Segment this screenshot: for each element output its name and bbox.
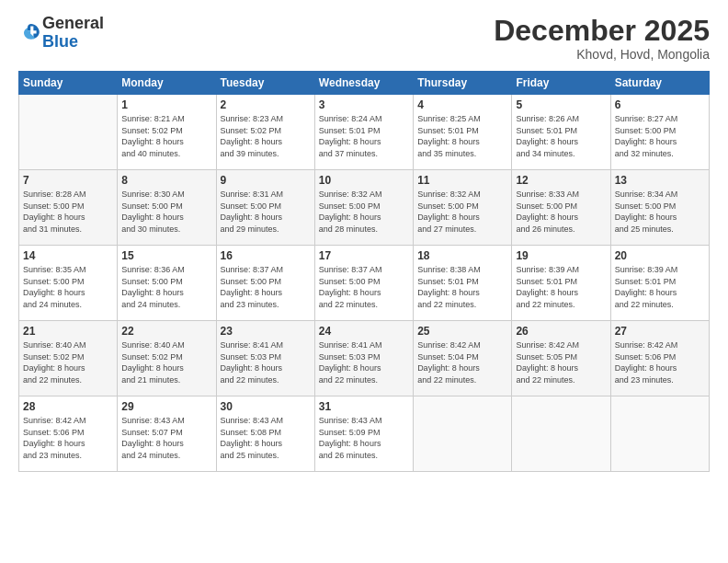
day-number: 24 bbox=[319, 325, 409, 338]
day-info: Sunrise: 8:27 AMSunset: 5:00 PMDaylight:… bbox=[615, 113, 705, 159]
day-cell: 17Sunrise: 8:37 AMSunset: 5:00 PMDayligh… bbox=[314, 246, 413, 321]
day-number: 29 bbox=[121, 400, 211, 413]
day-cell bbox=[414, 396, 512, 472]
day-number: 13 bbox=[615, 174, 705, 187]
day-number: 31 bbox=[319, 400, 409, 413]
day-cell: 25Sunrise: 8:42 AMSunset: 5:04 PMDayligh… bbox=[414, 321, 512, 396]
day-cell: 30Sunrise: 8:43 AMSunset: 5:08 PMDayligh… bbox=[216, 396, 314, 472]
day-cell: 8Sunrise: 8:30 AMSunset: 5:00 PMDaylight… bbox=[118, 170, 216, 246]
day-info: Sunrise: 8:40 AMSunset: 5:02 PMDaylight:… bbox=[23, 339, 113, 385]
day-number: 11 bbox=[417, 174, 507, 187]
day-cell: 31Sunrise: 8:43 AMSunset: 5:09 PMDayligh… bbox=[314, 396, 413, 472]
day-cell: 2Sunrise: 8:23 AMSunset: 5:02 PMDaylight… bbox=[216, 95, 314, 170]
day-info: Sunrise: 8:42 AMSunset: 5:05 PMDaylight:… bbox=[516, 339, 606, 385]
day-number: 4 bbox=[417, 98, 507, 111]
day-number: 10 bbox=[319, 174, 409, 187]
day-number: 21 bbox=[23, 325, 113, 338]
day-cell: 14Sunrise: 8:35 AMSunset: 5:00 PMDayligh… bbox=[19, 246, 118, 321]
day-info: Sunrise: 8:24 AMSunset: 5:01 PMDaylight:… bbox=[319, 113, 409, 159]
day-info: Sunrise: 8:41 AMSunset: 5:03 PMDaylight:… bbox=[319, 339, 409, 385]
col-header-sunday: Sunday bbox=[19, 72, 118, 95]
day-info: Sunrise: 8:40 AMSunset: 5:02 PMDaylight:… bbox=[121, 339, 211, 385]
day-cell: 7Sunrise: 8:28 AMSunset: 5:00 PMDaylight… bbox=[19, 170, 118, 246]
day-cell bbox=[19, 95, 118, 170]
day-info: Sunrise: 8:39 AMSunset: 5:01 PMDaylight:… bbox=[615, 264, 705, 310]
day-info: Sunrise: 8:32 AMSunset: 5:00 PMDaylight:… bbox=[319, 189, 409, 235]
day-number: 19 bbox=[516, 249, 606, 262]
day-cell: 10Sunrise: 8:32 AMSunset: 5:00 PMDayligh… bbox=[314, 170, 413, 246]
day-number: 16 bbox=[221, 249, 311, 262]
day-number: 18 bbox=[417, 249, 507, 262]
day-info: Sunrise: 8:23 AMSunset: 5:02 PMDaylight:… bbox=[221, 113, 311, 159]
col-header-friday: Friday bbox=[512, 72, 610, 95]
day-cell: 9Sunrise: 8:31 AMSunset: 5:00 PMDaylight… bbox=[216, 170, 314, 246]
day-cell: 27Sunrise: 8:42 AMSunset: 5:06 PMDayligh… bbox=[610, 321, 709, 396]
day-cell: 22Sunrise: 8:40 AMSunset: 5:02 PMDayligh… bbox=[118, 321, 216, 396]
day-number: 22 bbox=[121, 325, 211, 338]
day-number: 23 bbox=[221, 325, 311, 338]
day-number: 2 bbox=[221, 98, 311, 111]
day-number: 20 bbox=[615, 249, 705, 262]
week-row-3: 21Sunrise: 8:40 AMSunset: 5:02 PMDayligh… bbox=[19, 321, 710, 396]
day-number: 6 bbox=[615, 98, 705, 111]
day-info: Sunrise: 8:42 AMSunset: 5:06 PMDaylight:… bbox=[615, 339, 705, 385]
col-header-thursday: Thursday bbox=[414, 72, 512, 95]
day-info: Sunrise: 8:25 AMSunset: 5:01 PMDaylight:… bbox=[417, 113, 507, 159]
location-subtitle: Khovd, Hovd, Mongolia bbox=[494, 47, 710, 62]
day-info: Sunrise: 8:37 AMSunset: 5:00 PMDaylight:… bbox=[221, 264, 311, 310]
day-cell: 3Sunrise: 8:24 AMSunset: 5:01 PMDaylight… bbox=[314, 95, 413, 170]
col-header-monday: Monday bbox=[118, 72, 216, 95]
logo-icon bbox=[20, 20, 42, 42]
day-number: 15 bbox=[121, 249, 211, 262]
day-cell: 4Sunrise: 8:25 AMSunset: 5:01 PMDaylight… bbox=[414, 95, 512, 170]
day-cell: 5Sunrise: 8:26 AMSunset: 5:01 PMDaylight… bbox=[512, 95, 610, 170]
day-info: Sunrise: 8:42 AMSunset: 5:06 PMDaylight:… bbox=[23, 415, 113, 461]
week-row-1: 7Sunrise: 8:28 AMSunset: 5:00 PMDaylight… bbox=[19, 170, 710, 246]
logo-text: General Blue bbox=[42, 15, 104, 52]
logo: General Blue bbox=[18, 15, 104, 52]
day-number: 30 bbox=[221, 400, 311, 413]
day-cell: 6Sunrise: 8:27 AMSunset: 5:00 PMDaylight… bbox=[610, 95, 709, 170]
day-cell: 21Sunrise: 8:40 AMSunset: 5:02 PMDayligh… bbox=[19, 321, 118, 396]
day-cell: 23Sunrise: 8:41 AMSunset: 5:03 PMDayligh… bbox=[216, 321, 314, 396]
header: General Blue December 2025 Khovd, Hovd, … bbox=[18, 15, 710, 62]
day-info: Sunrise: 8:32 AMSunset: 5:00 PMDaylight:… bbox=[417, 189, 507, 235]
day-cell: 11Sunrise: 8:32 AMSunset: 5:00 PMDayligh… bbox=[414, 170, 512, 246]
day-number: 3 bbox=[319, 98, 409, 111]
day-info: Sunrise: 8:28 AMSunset: 5:00 PMDaylight:… bbox=[23, 189, 113, 235]
day-info: Sunrise: 8:37 AMSunset: 5:00 PMDaylight:… bbox=[319, 264, 409, 310]
col-header-saturday: Saturday bbox=[610, 72, 709, 95]
day-cell: 24Sunrise: 8:41 AMSunset: 5:03 PMDayligh… bbox=[314, 321, 413, 396]
day-info: Sunrise: 8:41 AMSunset: 5:03 PMDaylight:… bbox=[221, 339, 311, 385]
day-cell bbox=[610, 396, 709, 472]
day-cell: 1Sunrise: 8:21 AMSunset: 5:02 PMDaylight… bbox=[118, 95, 216, 170]
day-info: Sunrise: 8:38 AMSunset: 5:01 PMDaylight:… bbox=[417, 264, 507, 310]
day-info: Sunrise: 8:21 AMSunset: 5:02 PMDaylight:… bbox=[121, 113, 211, 159]
day-info: Sunrise: 8:35 AMSunset: 5:00 PMDaylight:… bbox=[23, 264, 113, 310]
day-number: 8 bbox=[121, 174, 211, 187]
week-row-4: 28Sunrise: 8:42 AMSunset: 5:06 PMDayligh… bbox=[19, 396, 710, 472]
day-cell: 26Sunrise: 8:42 AMSunset: 5:05 PMDayligh… bbox=[512, 321, 610, 396]
day-cell: 28Sunrise: 8:42 AMSunset: 5:06 PMDayligh… bbox=[19, 396, 118, 472]
day-info: Sunrise: 8:34 AMSunset: 5:00 PMDaylight:… bbox=[615, 189, 705, 235]
col-header-tuesday: Tuesday bbox=[216, 72, 314, 95]
week-row-0: 1Sunrise: 8:21 AMSunset: 5:02 PMDaylight… bbox=[19, 95, 710, 170]
day-number: 14 bbox=[23, 249, 113, 262]
day-info: Sunrise: 8:36 AMSunset: 5:00 PMDaylight:… bbox=[121, 264, 211, 310]
day-cell: 15Sunrise: 8:36 AMSunset: 5:00 PMDayligh… bbox=[118, 246, 216, 321]
day-info: Sunrise: 8:43 AMSunset: 5:07 PMDaylight:… bbox=[121, 415, 211, 461]
day-number: 12 bbox=[516, 174, 606, 187]
day-info: Sunrise: 8:43 AMSunset: 5:09 PMDaylight:… bbox=[319, 415, 409, 461]
day-info: Sunrise: 8:43 AMSunset: 5:08 PMDaylight:… bbox=[221, 415, 311, 461]
day-info: Sunrise: 8:33 AMSunset: 5:00 PMDaylight:… bbox=[516, 189, 606, 235]
col-header-wednesday: Wednesday bbox=[314, 72, 413, 95]
day-number: 27 bbox=[615, 325, 705, 338]
day-number: 7 bbox=[23, 174, 113, 187]
header-row: SundayMondayTuesdayWednesdayThursdayFrid… bbox=[19, 72, 710, 95]
title-block: December 2025 Khovd, Hovd, Mongolia bbox=[494, 15, 710, 62]
calendar-table: SundayMondayTuesdayWednesdayThursdayFrid… bbox=[18, 71, 710, 472]
day-number: 17 bbox=[319, 249, 409, 262]
day-number: 9 bbox=[221, 174, 311, 187]
day-cell: 20Sunrise: 8:39 AMSunset: 5:01 PMDayligh… bbox=[610, 246, 709, 321]
main-container: General Blue December 2025 Khovd, Hovd, … bbox=[0, 0, 728, 481]
